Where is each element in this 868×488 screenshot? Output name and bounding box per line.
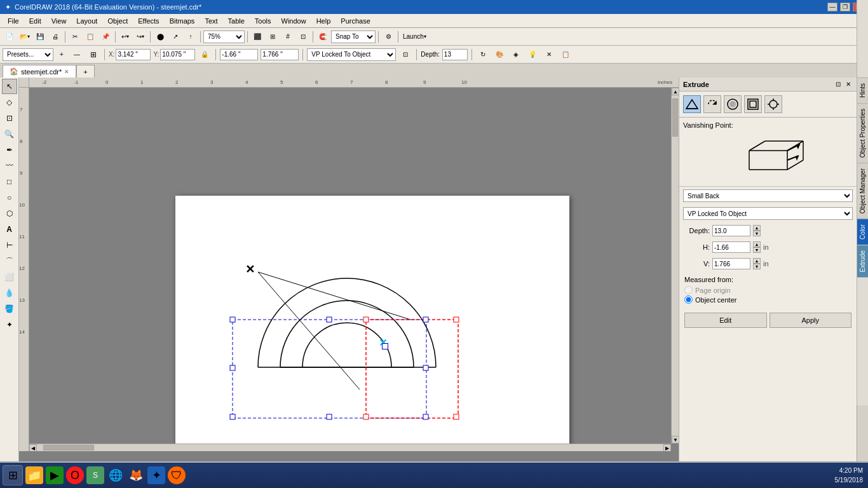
menu-file[interactable]: File bbox=[3, 16, 24, 26]
tab-steemjet[interactable]: 🏠 steemjet.cdr* ✕ bbox=[3, 65, 76, 78]
panel-float-button[interactable]: ⊡ bbox=[834, 80, 843, 89]
open-dropdown[interactable]: 📂▾ bbox=[18, 30, 32, 44]
ellipse-tool[interactable]: ○ bbox=[2, 190, 17, 205]
object-center-radio[interactable] bbox=[684, 295, 693, 304]
menu-layout[interactable]: Layout bbox=[71, 16, 102, 26]
extrude-lighting-icon[interactable] bbox=[764, 95, 782, 113]
select-tool[interactable]: ↖ bbox=[2, 79, 17, 94]
menu-table[interactable]: Table bbox=[223, 16, 250, 26]
depth-down-button[interactable]: ▼ bbox=[753, 231, 761, 236]
save-button[interactable]: 💾 bbox=[33, 30, 47, 44]
taskbar-media[interactable]: ▶ bbox=[46, 466, 64, 484]
menu-purchase[interactable]: Purchase bbox=[336, 16, 375, 26]
extrude-lighting-btn[interactable]: 💡 bbox=[526, 48, 539, 62]
scroll-right-button[interactable]: ▶ bbox=[663, 444, 671, 451]
tab-new[interactable]: + bbox=[76, 65, 94, 78]
canvas-area[interactable]: -2 -1 0 1 2 3 4 5 6 7 8 9 10 inches 7 8 … bbox=[19, 78, 679, 461]
horizontal-scrollbar[interactable]: ◀ ▶ bbox=[29, 444, 671, 451]
effects-tool[interactable]: ⬜ bbox=[2, 269, 17, 285]
menu-view[interactable]: View bbox=[46, 16, 72, 26]
add-preset-button[interactable]: + bbox=[55, 48, 69, 62]
taskbar-steemit[interactable]: S bbox=[86, 466, 104, 484]
cut-button[interactable]: ✂ bbox=[68, 30, 82, 44]
apply-button[interactable]: Apply bbox=[770, 313, 852, 328]
menu-bitmaps[interactable]: Bitmaps bbox=[165, 16, 200, 26]
h-up-button[interactable]: ▲ bbox=[753, 241, 761, 247]
menu-object[interactable]: Object bbox=[102, 16, 133, 26]
menu-help[interactable]: Help bbox=[311, 16, 336, 26]
copy-extrude-btn[interactable]: 📋 bbox=[559, 48, 573, 62]
artistic-media-tool[interactable]: 〰 bbox=[2, 158, 17, 173]
object-manager-icon[interactable]: ⊞ bbox=[86, 48, 100, 62]
scroll-up-button[interactable]: ▲ bbox=[672, 88, 679, 95]
full-screen-button[interactable]: ⬛ bbox=[250, 30, 264, 44]
menu-window[interactable]: Window bbox=[276, 16, 311, 26]
edit-button[interactable]: Edit bbox=[684, 313, 767, 328]
scroll-left-button[interactable]: ◀ bbox=[29, 444, 37, 451]
scroll-down-button[interactable]: ▼ bbox=[672, 436, 679, 444]
h-input[interactable] bbox=[220, 49, 258, 60]
redo-dropdown[interactable]: ↪▾ bbox=[133, 30, 147, 44]
h-panel-input[interactable] bbox=[712, 241, 750, 253]
extrude-square-handle[interactable] bbox=[382, 343, 388, 349]
text-tool[interactable]: A bbox=[2, 222, 17, 237]
shape-tool[interactable]: ◇ bbox=[2, 95, 17, 110]
h-down-button[interactable]: ▼ bbox=[753, 247, 761, 253]
export-button[interactable]: ↗ bbox=[168, 30, 182, 44]
panel-close-button[interactable]: ✕ bbox=[844, 80, 853, 89]
new-button[interactable]: 📄 bbox=[3, 30, 17, 44]
extrude-vanishing-point-icon[interactable] bbox=[683, 95, 701, 113]
launch-dropdown[interactable]: Launch ▾ bbox=[401, 30, 428, 44]
extrude-color-btn[interactable]: 🎨 bbox=[492, 48, 506, 62]
depth-spinner[interactable]: ▲ ▼ bbox=[753, 225, 761, 236]
side-tab-hints[interactable]: Hints bbox=[857, 78, 868, 103]
menu-tools[interactable]: Tools bbox=[250, 16, 276, 26]
tab-close-button[interactable]: ✕ bbox=[64, 69, 69, 75]
grid-button[interactable]: # bbox=[281, 30, 295, 44]
side-tab-object-manager[interactable]: Object Manager bbox=[857, 163, 868, 219]
depth-input[interactable] bbox=[442, 49, 468, 60]
taskbar-opera[interactable]: O bbox=[66, 466, 84, 484]
menu-edit[interactable]: Edit bbox=[24, 16, 46, 26]
eyedropper-tool[interactable]: 💧 bbox=[2, 285, 17, 301]
taskbar-chrome[interactable]: 🌐 bbox=[107, 466, 125, 484]
vp-mode-dropdown[interactable]: VP Locked To Object VP Locked To Page bbox=[307, 48, 396, 61]
polygon-tool[interactable]: ⬡ bbox=[2, 206, 17, 221]
connector-tool[interactable]: ⌒ bbox=[2, 254, 17, 269]
v-up-button[interactable]: ▲ bbox=[753, 258, 761, 264]
extrude-rotation-btn[interactable]: ↻ bbox=[476, 48, 490, 62]
extrude-rotate-icon[interactable] bbox=[703, 95, 721, 113]
canvas-content[interactable]: ✕ ✕ ▲ ▼ ◀ bbox=[29, 88, 679, 451]
taskbar-coreldraw[interactable]: ✦ bbox=[147, 466, 165, 484]
minimize-button[interactable]: — bbox=[827, 3, 837, 11]
x-input[interactable] bbox=[116, 49, 151, 60]
options-button[interactable]: ⚙ bbox=[381, 30, 395, 44]
v-input[interactable] bbox=[261, 49, 299, 60]
guidelines-button[interactable]: ⊡ bbox=[296, 30, 310, 44]
menu-text[interactable]: Text bbox=[200, 16, 222, 26]
copy-vp-button[interactable]: ⊡ bbox=[398, 48, 412, 62]
extrude-color-icon[interactable] bbox=[724, 95, 742, 113]
print-button[interactable]: 🖨 bbox=[48, 30, 62, 44]
paste-button[interactable]: 📌 bbox=[98, 30, 112, 44]
snap-dropdown[interactable]: Snap To bbox=[331, 30, 376, 43]
menu-effects[interactable]: Effects bbox=[133, 16, 164, 26]
start-button[interactable]: ⊞ bbox=[3, 465, 23, 485]
clear-extrude-btn[interactable]: ✕ bbox=[542, 48, 556, 62]
vp-locked-dropdown[interactable]: VP Locked To Object VP Locked To Page bbox=[683, 207, 853, 220]
smart-drawing-tool[interactable]: ✦ bbox=[2, 317, 17, 332]
v-spinner[interactable]: ▲ ▼ bbox=[753, 258, 761, 269]
dimension-tool[interactable]: ⊢ bbox=[2, 238, 17, 253]
lock-aspect-button[interactable]: 🔒 bbox=[198, 48, 212, 62]
remove-preset-button[interactable]: — bbox=[70, 48, 84, 62]
h-spinner[interactable]: ▲ ▼ bbox=[753, 241, 761, 253]
v-panel-input[interactable] bbox=[712, 258, 750, 269]
page-origin-radio[interactable] bbox=[684, 286, 693, 294]
fill-tool[interactable]: 🪣 bbox=[2, 301, 17, 316]
small-back-dropdown[interactable]: Small Back Small Front Big Back Big Fron… bbox=[683, 189, 853, 202]
crop-tool[interactable]: ⊡ bbox=[2, 111, 17, 126]
import-button[interactable]: ⬤ bbox=[153, 30, 167, 44]
extrude-bevel-btn[interactable]: ◈ bbox=[509, 48, 523, 62]
snap-button[interactable]: 🧲 bbox=[316, 30, 330, 44]
taskbar-snagit[interactable]: 🛡 bbox=[168, 466, 186, 484]
